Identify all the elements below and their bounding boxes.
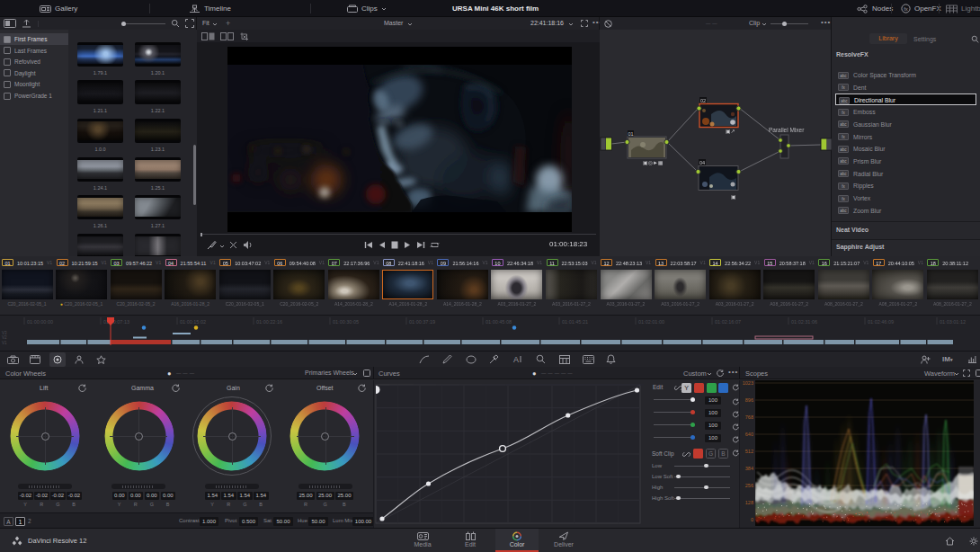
svg-text:01:03:01:12: 01:03:01:12 <box>940 319 966 325</box>
svg-text:01:00:22:16: 01:00:22:16 <box>256 319 282 325</box>
svg-text:V1: V1 <box>2 341 7 345</box>
svg-text:Parallel Mixer: Parallel Mixer <box>769 127 805 133</box>
svg-text:01:00:45:08: 01:00:45:08 <box>486 319 512 325</box>
svg-text:V2: V2 <box>2 335 7 340</box>
svg-text:▣◎►▦: ▣◎►▦ <box>643 160 664 165</box>
svg-text:01: 01 <box>628 131 633 137</box>
svg-text:01:01:45:21: 01:01:45:21 <box>562 319 588 325</box>
svg-text:01:00:00:00: 01:00:00:00 <box>27 319 53 325</box>
svg-text:01:02:16:07: 01:02:16:07 <box>715 319 741 325</box>
svg-text:04: 04 <box>699 160 705 165</box>
svg-text:▣: ▣ <box>731 194 736 200</box>
svg-text:A: A <box>513 355 519 364</box>
svg-text:01:02:01:00: 01:02:01:00 <box>638 319 664 325</box>
svg-text:▣↗: ▣↗ <box>726 129 735 134</box>
svg-text:01:00:15:02: 01:00:15:02 <box>180 319 206 325</box>
svg-text:01:00:37:19: 01:00:37:19 <box>409 319 435 325</box>
svg-text:01:02:46:09: 01:02:46:09 <box>868 319 894 325</box>
svg-text:01:00:30:05: 01:00:30:05 <box>333 319 359 325</box>
svg-text:02: 02 <box>700 98 706 103</box>
svg-text:01:02:31:06: 01:02:31:06 <box>791 319 817 325</box>
svg-text:fx: fx <box>904 6 908 12</box>
